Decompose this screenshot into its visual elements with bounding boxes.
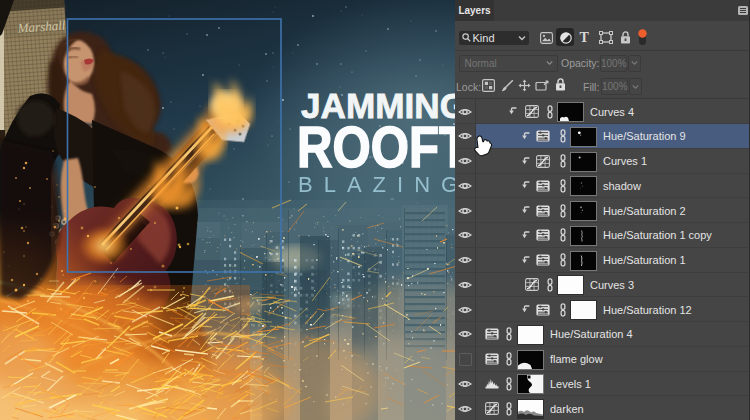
- svg-text:ROOFT: ROOFT: [297, 115, 455, 179]
- svg-text:BLAZING: BLAZING: [298, 172, 455, 197]
